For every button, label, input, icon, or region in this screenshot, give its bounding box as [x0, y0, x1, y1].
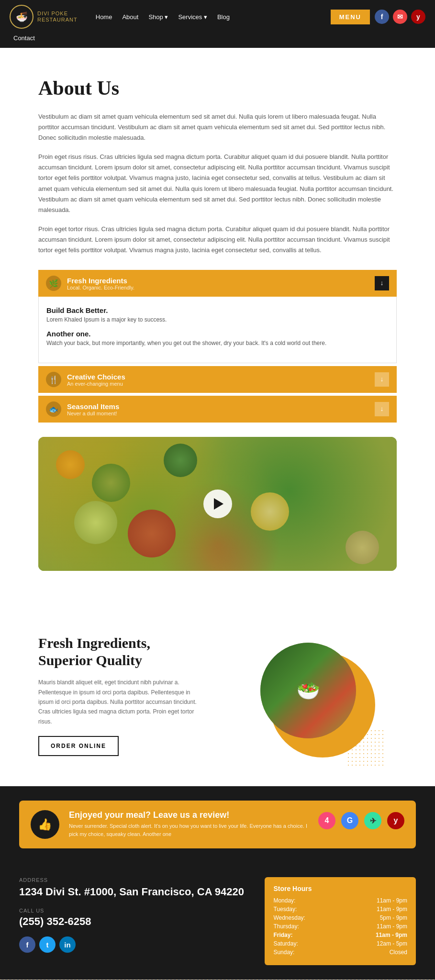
accordion-title-1: Fresh Ingredients [67, 277, 134, 285]
brand-name: DIVI POKE [37, 11, 78, 17]
footer-twitter-icon[interactable]: t [39, 936, 56, 953]
review-subtitle: Never surrender. Special cloth alert. It… [69, 822, 309, 838]
nav-contact[interactable]: Contact [10, 32, 39, 44]
accordion-body-title-1b: Another one. [46, 330, 389, 338]
food-item-7 [346, 531, 379, 564]
nav-shop[interactable]: Shop ▾ [145, 11, 172, 23]
about-para-2: Proin eget risus risus. Cras ultricies l… [38, 152, 397, 215]
accordion-arrow-3[interactable]: ↓ [375, 402, 389, 416]
accordion-header-left-2: 🍴 Creative Choices An ever-changing menu [46, 372, 125, 387]
yelp-review-icon[interactable]: y [387, 812, 404, 829]
brand-tagline: RESTAURANT [37, 17, 78, 23]
about-para-3: Proin eget tortor risus. Cras ultricies … [38, 224, 397, 256]
hours-tuesday: Tuesday: 11am - 9pm [273, 906, 407, 913]
nav-home[interactable]: Home [92, 11, 116, 23]
food-item-4 [74, 501, 117, 544]
main-content: About Us Vestibulum ac diam sit amet qua… [0, 48, 435, 604]
nav-links: Home About Shop ▾ Services ▾ Blog [92, 12, 234, 21]
accordion-body-text-1b: Watch your back, but more importantly, w… [46, 340, 389, 346]
accordion-header-1[interactable]: 🌿 Fresh Ingredients Local. Organic. Eco-… [38, 270, 397, 297]
accordion-arrow-2[interactable]: ↓ [375, 372, 389, 387]
yelp-icon[interactable]: y [411, 10, 425, 24]
footer-linkedin-icon[interactable]: in [59, 936, 76, 953]
accordion-section: 🌿 Fresh Ingredients Local. Organic. Eco-… [38, 270, 397, 423]
dots-pattern [346, 729, 385, 767]
logo[interactable]: 🍜 DIVI POKE RESTAURANT [10, 5, 78, 29]
foursquare-icon[interactable]: 4 [318, 812, 335, 829]
footer-info: Address 1234 Divi St. #1000, San Francis… [0, 863, 435, 980]
review-content: Enjoyed your meal? Leave us a review! Ne… [69, 810, 309, 838]
page-title: About Us [38, 77, 397, 100]
accordion-header-2[interactable]: 🍴 Creative Choices An ever-changing menu… [38, 366, 397, 393]
accordion-title-2: Creative Choices [67, 373, 125, 381]
menu-button[interactable]: MENU [331, 10, 370, 24]
accordion-subtitle-3: Never a dull moment! [67, 411, 119, 416]
review-card: 👍 Enjoyed your meal? Leave us a review! … [19, 801, 416, 848]
accordion-header-left-1: 🌿 Fresh Ingredients Local. Organic. Eco-… [46, 276, 134, 291]
accordion-item-2: 🍴 Creative Choices An ever-changing menu… [38, 366, 397, 393]
food-item-6 [251, 492, 289, 531]
order-online-button[interactable]: ORDER ONLINE [38, 736, 119, 756]
hours-title: Store Hours [273, 885, 407, 892]
ingredients-section: Fresh Ingredients, Superior Quality Maur… [0, 604, 435, 786]
accordion-body-title-1a: Build Back Better. [46, 306, 389, 314]
navbar-right: MENU f ✉ y [331, 10, 425, 24]
navbar-row2: Contact [0, 33, 435, 48]
hours-sunday: Sunday: Closed [273, 949, 407, 956]
nav-blog[interactable]: Blog [213, 11, 234, 23]
social-icons: f ✉ y [375, 10, 425, 24]
review-icons: 4 G ✈ y [318, 812, 404, 829]
accordion-subtitle-2: An ever-changing menu [67, 381, 125, 387]
ingredients-img: 🥗 [260, 643, 356, 738]
accordion-header-3[interactable]: 🐟 Seasonal Items Never a dull moment! ↓ [38, 396, 397, 423]
ingredients-text: Mauris blandit aliquet elit, eget tincid… [38, 678, 206, 726]
nav-about[interactable]: About [118, 11, 142, 23]
ingredients-title: Fresh Ingredients, Superior Quality [38, 635, 206, 669]
play-button[interactable] [203, 490, 232, 518]
accordion-body-1: Build Back Better. Lorem Khaled Ipsum is… [38, 297, 397, 363]
footer-left: Address 1234 Divi St. #1000, San Francis… [19, 877, 245, 953]
accordion-icon-1: 🌿 [46, 276, 61, 291]
footer-social: f t in [19, 936, 245, 953]
ingredients-right: 🥗 [230, 633, 397, 757]
ingredients-left: Fresh Ingredients, Superior Quality Maur… [38, 635, 206, 756]
video-section [38, 437, 397, 571]
thumbs-icon: 👍 [31, 810, 59, 839]
hours-saturday: Saturday: 12am - 5pm [273, 940, 407, 947]
hours-card: Store Hours Monday: 11am - 9pm Tuesday: … [265, 877, 416, 965]
accordion-subtitle-1: Local. Organic. Eco-Friendly. [67, 285, 134, 290]
tripadvisor-icon[interactable]: ✈ [364, 812, 381, 829]
hours-friday: Friday: 11am - 9pm [273, 932, 407, 938]
food-item-2 [92, 464, 130, 502]
ingredients-img-container: 🥗 [251, 633, 375, 757]
logo-icon: 🍜 [10, 5, 33, 29]
footer-facebook-icon[interactable]: f [19, 936, 35, 953]
accordion-header-left-3: 🐟 Seasonal Items Never a dull moment! [46, 401, 119, 417]
google-icon[interactable]: G [341, 812, 358, 829]
email-icon[interactable]: ✉ [393, 10, 407, 24]
accordion-icon-3: 🐟 [46, 401, 61, 417]
review-title: Enjoyed your meal? Leave us a review! [69, 810, 309, 820]
about-para-1: Vestibulum ac diam sit amet quam vehicul… [38, 111, 397, 143]
footer-address: 1234 Divi St. #1000, San Francisco, CA 9… [19, 886, 245, 898]
review-section: 👍 Enjoyed your meal? Leave us a review! … [0, 786, 435, 863]
facebook-icon[interactable]: f [375, 10, 389, 24]
call-label: Call Us [19, 908, 245, 913]
food-bowl-img: 🥗 [260, 643, 356, 738]
accordion-title-3: Seasonal Items [67, 402, 119, 411]
accordion-icon-2: 🍴 [46, 372, 61, 387]
navbar-left: 🍜 DIVI POKE RESTAURANT Home About Shop ▾… [10, 5, 234, 29]
food-item-5 [128, 510, 176, 557]
address-label: Address [19, 877, 245, 883]
hours-monday: Monday: 11am - 9pm [273, 897, 407, 904]
nav-services[interactable]: Services ▾ [174, 11, 211, 23]
video-thumbnail[interactable] [38, 437, 397, 571]
hours-wednesday: Wednesday: 5pm - 9pm [273, 914, 407, 921]
food-item-3 [164, 444, 197, 477]
accordion-arrow-1[interactable]: ↓ [375, 276, 389, 290]
accordion-body-text-1a: Lorem Khaled Ipsum is a major key to suc… [46, 316, 389, 323]
accordion-item-3: 🐟 Seasonal Items Never a dull moment! ↓ [38, 396, 397, 423]
navbar: 🍜 DIVI POKE RESTAURANT Home About Shop ▾… [0, 0, 435, 33]
footer-phone: (255) 352-6258 [19, 915, 245, 928]
accordion-item-1: 🌿 Fresh Ingredients Local. Organic. Eco-… [38, 270, 397, 363]
